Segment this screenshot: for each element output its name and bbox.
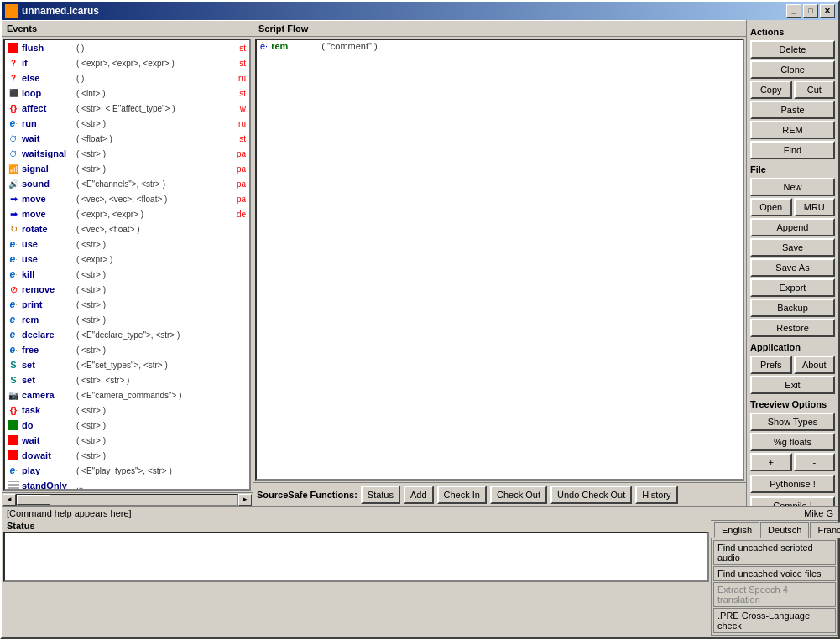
save-as-button[interactable]: Save As xyxy=(750,258,835,277)
show-types-button[interactable]: Show Types xyxy=(750,413,835,431)
treeview-label: Treeview Options xyxy=(750,399,835,409)
list-item[interactable]: e· run ( <str> ) ru xyxy=(5,116,249,131)
backup-button[interactable]: Backup xyxy=(750,299,835,317)
center-panel: Script Flow e· rem ( "comment" ) SourceS… xyxy=(253,20,746,506)
play-icon: e· xyxy=(7,465,20,476)
prefs-button[interactable]: Prefs xyxy=(750,356,792,374)
list-item[interactable]: 📷 camera ( <E"camera_commands"> ) xyxy=(5,387,249,403)
pre-cross-language-button[interactable]: .PRE Cross-Language check xyxy=(713,608,836,633)
scroll-right-arrow[interactable]: ► xyxy=(238,494,252,506)
list-item[interactable]: e· print ( <str> ) xyxy=(5,297,249,312)
list-item[interactable]: ⬛ loop ( <int> ) st xyxy=(5,86,249,101)
minus-button[interactable]: - xyxy=(794,453,836,471)
list-item[interactable]: wait ( <str> ) xyxy=(5,433,249,448)
plus-button[interactable]: + xyxy=(750,453,792,471)
list-item[interactable]: ➡ move ( <vec>, <vec>, <float> ) pa xyxy=(5,191,249,206)
save-button[interactable]: Save xyxy=(750,238,835,257)
cut-button[interactable]: Cut xyxy=(794,81,836,99)
list-item[interactable]: standOnly ... xyxy=(5,478,249,491)
new-button[interactable]: New xyxy=(750,178,835,196)
loop-icon: ⬛ xyxy=(7,87,20,99)
script-val: ( "comment" ) xyxy=(321,41,377,51)
status-label: Status xyxy=(2,520,711,532)
tab-francais[interactable]: Francais xyxy=(810,522,840,538)
set-types-icon: S xyxy=(7,359,20,371)
scroll-track[interactable] xyxy=(16,494,238,506)
exit-button[interactable]: Exit xyxy=(750,376,835,394)
list-item[interactable]: do ( <str> ) xyxy=(5,418,249,433)
application-label: Application xyxy=(750,342,835,352)
tab-english[interactable]: English xyxy=(714,522,759,538)
find-uncached-voice-button[interactable]: Find uncached voice files xyxy=(713,566,836,581)
checkin-button[interactable]: Check In xyxy=(437,486,487,504)
list-item[interactable]: e· use ( <str> ) xyxy=(5,236,249,252)
compile-button[interactable]: Compile ! xyxy=(750,496,835,506)
delete-button[interactable]: Delete xyxy=(750,40,835,59)
list-item[interactable]: e· rem ( <str> ) xyxy=(5,312,249,327)
checkout-button[interactable]: Check Out xyxy=(490,486,547,504)
list-item[interactable]: e· use ( <expr> ) xyxy=(5,252,249,267)
undocheckout-button[interactable]: Undo Check Out xyxy=(550,486,632,504)
maximize-button[interactable]: □ xyxy=(803,4,818,18)
list-item[interactable]: e· declare ( <E"declare_type">, <str> ) xyxy=(5,327,249,342)
list-item[interactable]: dowait ( <str> ) xyxy=(5,448,249,463)
minimize-button[interactable]: _ xyxy=(786,4,801,18)
about-button[interactable]: About xyxy=(794,356,836,374)
find-uncached-audio-button[interactable]: Find uncached scripted audio xyxy=(713,540,836,565)
list-item[interactable]: ⏱ waitsignal ( <str> ) pa xyxy=(5,146,249,161)
events-scrollbar[interactable]: ◄ ► xyxy=(2,492,253,506)
list-item[interactable]: ⏱ wait ( <float> ) st xyxy=(5,131,249,146)
extra-panel: English Deutsch Francais Find uncached s… xyxy=(711,520,838,637)
list-item[interactable]: ➡ move ( <expr>, <expr> ) de xyxy=(5,206,249,221)
paste-button[interactable]: Paste xyxy=(750,101,835,119)
list-item[interactable]: e· kill ( <str> ) xyxy=(5,267,249,282)
extra-buttons: Find uncached scripted audio Find uncach… xyxy=(711,538,838,636)
list-item[interactable]: flush ( ) st xyxy=(5,40,249,55)
list-item[interactable]: ? if ( <expr>, <expr>, <expr> ) st xyxy=(5,55,249,70)
list-item[interactable]: ⊘ remove ( <str> ) xyxy=(5,282,249,297)
list-item[interactable]: e· play ( <E"play_types">, <str> ) xyxy=(5,463,249,478)
print-icon: e· xyxy=(7,299,20,310)
clone-button[interactable]: Clone xyxy=(750,60,835,79)
list-item[interactable]: 📶 signal ( <str> ) pa xyxy=(5,161,249,176)
signal-icon: 📶 xyxy=(7,163,20,174)
main-window: unnamed.icarus _ □ ✕ Events flush ( ) st xyxy=(0,0,840,639)
script-flow[interactable]: e· rem ( "comment" ) xyxy=(255,39,744,481)
pct-floats-button[interactable]: %g floats xyxy=(750,433,835,451)
events-list[interactable]: flush ( ) st ? if ( <expr>, <expr>, <exp… xyxy=(3,39,251,491)
rem-button[interactable]: REM xyxy=(750,121,835,139)
title-buttons: _ □ ✕ xyxy=(786,4,835,18)
restore-button[interactable]: Restore xyxy=(750,319,835,337)
do-icon xyxy=(7,419,20,431)
list-item[interactable]: 🔊 sound ( <E"channels">, <str> ) pa xyxy=(5,176,249,191)
main-content: Events flush ( ) st ? if ( <expr>, <expr… xyxy=(2,20,838,506)
find-button[interactable]: Find xyxy=(750,141,835,159)
window-title: unnamed.icarus xyxy=(22,5,99,17)
list-item[interactable]: e· free ( <str> ) xyxy=(5,342,249,357)
list-item[interactable]: ? else ( ) ru xyxy=(5,70,249,86)
tab-deutsch[interactable]: Deutsch xyxy=(760,522,809,538)
set-str-icon: S xyxy=(7,374,20,386)
mru-button[interactable]: MRU xyxy=(794,198,836,216)
script-arrow: e· xyxy=(260,41,268,51)
copy-button[interactable]: Copy xyxy=(750,81,792,99)
dowait-icon xyxy=(7,449,20,461)
status-button[interactable]: Status xyxy=(361,486,400,504)
scroll-thumb[interactable] xyxy=(17,495,50,505)
list-item[interactable]: ↻ rotate ( <vec>, <float> ) xyxy=(5,221,249,236)
list-item[interactable]: S set ( <E"set_types">, <str> ) xyxy=(5,357,249,372)
export-button[interactable]: Export xyxy=(750,278,835,297)
scroll-left-arrow[interactable]: ◄ xyxy=(3,494,16,506)
sourcesafe-label: SourceSafe Functions: xyxy=(257,490,357,500)
close-button[interactable]: ✕ xyxy=(820,4,835,18)
list-item[interactable]: {} task ( <str> ) xyxy=(5,403,249,418)
add-button[interactable]: Add xyxy=(404,486,434,504)
pythonise-button[interactable]: Pythonise ! xyxy=(750,475,835,493)
list-item[interactable]: S set ( <str>, <str> ) xyxy=(5,372,249,387)
script-item[interactable]: e· rem ( "comment" ) xyxy=(257,40,743,52)
append-button[interactable]: Append xyxy=(750,218,835,236)
if-icon: ? xyxy=(7,57,20,69)
history-button[interactable]: History xyxy=(635,486,677,504)
list-item[interactable]: {} affect ( <str>, < E"affect_type"> ) w xyxy=(5,101,249,116)
open-button[interactable]: Open xyxy=(750,198,792,216)
